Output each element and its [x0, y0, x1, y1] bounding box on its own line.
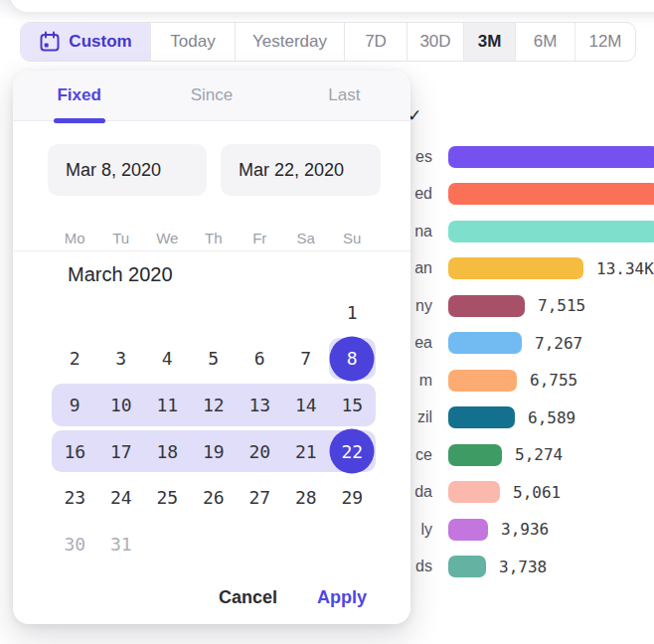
- range-segment-yesterday[interactable]: Yesterday: [235, 23, 344, 61]
- day-number: 19: [203, 441, 225, 462]
- calendar-day-24[interactable]: 24: [98, 474, 145, 521]
- segment-label: Custom: [69, 32, 131, 52]
- calendar-day-18[interactable]: 18: [144, 428, 191, 475]
- chart-row: ny7,515: [403, 287, 654, 325]
- calendar-day-14[interactable]: 14: [283, 382, 330, 428]
- calendar-day-29[interactable]: 29: [329, 474, 376, 521]
- chart-bar: [448, 332, 522, 354]
- top-sheet-edge: [10, 0, 654, 12]
- calendar-day-17[interactable]: 17: [98, 428, 145, 475]
- month-title: March 2020: [68, 263, 173, 286]
- calendar-empty-cell: [144, 521, 191, 567]
- calendar-empty-cell: [52, 289, 98, 336]
- chart-value-label: 3,738: [499, 558, 547, 576]
- calendar-day-5[interactable]: 5: [191, 336, 238, 383]
- cancel-button[interactable]: Cancel: [219, 587, 277, 608]
- chart-value-label: 7,515: [538, 296, 585, 315]
- segment-label: 7D: [365, 32, 387, 52]
- calendar-day-10[interactable]: 10: [98, 382, 145, 428]
- calendar-empty-cell: [283, 289, 330, 336]
- day-number: 30: [64, 534, 85, 555]
- chart-row: m6,755: [403, 362, 654, 400]
- segment-label: Yesterday: [252, 32, 327, 52]
- calendar-day-27[interactable]: 27: [237, 474, 283, 521]
- calendar-day-23[interactable]: 23: [52, 474, 98, 521]
- day-number: 25: [156, 487, 178, 508]
- calendar-day-9[interactable]: 9: [52, 382, 98, 428]
- chart-value-label: 5,274: [515, 445, 563, 464]
- start-date-input[interactable]: Mar 8, 2020: [48, 144, 207, 196]
- chart-bar: [448, 146, 654, 168]
- calendar-day-15[interactable]: 15: [329, 382, 376, 428]
- chart-value-label: 13.34K: [596, 259, 654, 278]
- chart-row: es: [403, 138, 654, 176]
- range-segment-12m[interactable]: 12M: [574, 23, 635, 61]
- calendar-day-20[interactable]: 20: [237, 428, 283, 475]
- chart-bar: [448, 556, 486, 577]
- calendar-empty-cell: [191, 521, 238, 567]
- calendar-day-16[interactable]: 16: [52, 428, 98, 475]
- chart-value-label: 6,755: [530, 371, 577, 390]
- calendar-icon: [39, 31, 61, 53]
- chart-bar: [448, 295, 525, 317]
- day-number: 29: [341, 487, 363, 508]
- day-number: 16: [64, 441, 85, 462]
- calendar-day-25[interactable]: 25: [144, 474, 191, 521]
- day-number: 15: [341, 395, 363, 415]
- day-number: 20: [248, 441, 270, 462]
- calendar-day-1[interactable]: 1: [329, 289, 376, 336]
- range-segment-6m[interactable]: 6M: [515, 23, 574, 61]
- popover-footer: Cancel Apply: [219, 587, 367, 608]
- calendar-day-12[interactable]: 12: [191, 382, 238, 428]
- chart-value-label: 5,061: [513, 483, 561, 502]
- range-segment-today[interactable]: Today: [150, 23, 235, 61]
- weekday-label: We: [144, 230, 191, 246]
- calendar-day-31[interactable]: 31: [98, 521, 145, 567]
- range-segment-custom[interactable]: Custom: [21, 23, 150, 61]
- calendar-grid: 1234567891011121314151617181920212223242…: [52, 289, 376, 567]
- day-number: 9: [70, 395, 81, 415]
- range-segment-30d[interactable]: 30D: [407, 23, 463, 61]
- segment-label: Today: [170, 32, 215, 52]
- calendar-empty-cell: [191, 289, 238, 336]
- calendar-day-19[interactable]: 19: [191, 428, 238, 475]
- calendar-day-4[interactable]: 4: [144, 336, 191, 383]
- chart-bar: [448, 444, 502, 466]
- calendar-day-2[interactable]: 2: [52, 336, 98, 383]
- calendar-day-22[interactable]: 22: [329, 428, 376, 475]
- date-picker-popover: FixedSinceLast Mar 8, 2020 Mar 22, 2020 …: [13, 71, 410, 624]
- tab-last[interactable]: Last: [278, 71, 410, 120]
- chart-row: ds3,738: [403, 549, 654, 586]
- end-date-input[interactable]: Mar 22, 2020: [221, 144, 381, 196]
- calendar-day-3[interactable]: 3: [98, 336, 145, 383]
- calendar-day-21[interactable]: 21: [283, 428, 330, 475]
- calendar-day-7[interactable]: 7: [283, 336, 330, 383]
- weekday-label: Tu: [98, 230, 145, 246]
- day-number: 8: [347, 348, 358, 369]
- calendar-day-6[interactable]: 6: [237, 336, 283, 383]
- weekday-label: Su: [329, 230, 376, 246]
- segment-label: 6M: [534, 32, 558, 52]
- range-segment-7d[interactable]: 7D: [344, 23, 407, 61]
- calendar-day-11[interactable]: 11: [144, 382, 191, 428]
- tab-since[interactable]: Since: [145, 71, 277, 120]
- segment-label: 12M: [588, 32, 621, 52]
- day-number: 13: [248, 395, 270, 415]
- day-number: 11: [156, 395, 178, 415]
- segment-label: 3M: [478, 32, 502, 52]
- range-segment-3m[interactable]: 3M: [463, 23, 515, 61]
- calendar-empty-cell: [98, 289, 145, 336]
- apply-button[interactable]: Apply: [317, 587, 367, 608]
- calendar-day-26[interactable]: 26: [191, 474, 238, 521]
- chart-bar: [448, 183, 654, 205]
- day-number: 31: [110, 534, 132, 555]
- calendar-day-8[interactable]: 8: [329, 336, 376, 383]
- calendar-day-30[interactable]: 30: [52, 521, 98, 567]
- tab-fixed[interactable]: Fixed: [13, 71, 145, 120]
- chart-value-label: 3,936: [501, 520, 549, 539]
- calendar-empty-cell: [237, 289, 283, 336]
- day-number: 1: [347, 302, 358, 323]
- calendar-day-28[interactable]: 28: [283, 474, 330, 521]
- calendar-day-13[interactable]: 13: [237, 382, 283, 428]
- chart-row: an13.34K: [403, 250, 654, 288]
